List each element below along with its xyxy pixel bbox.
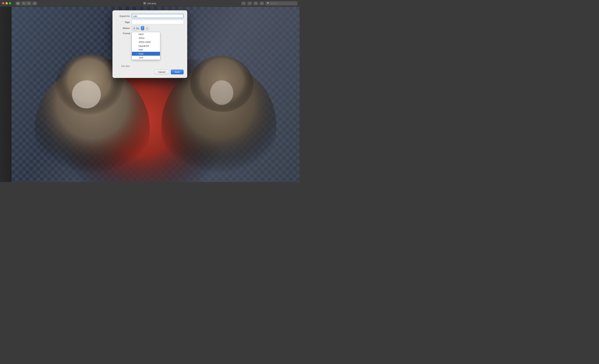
toolbar-left (16, 1, 37, 6)
file-size-label: File Size: (116, 65, 130, 67)
svg-line-13 (243, 4, 243, 4)
svg-rect-3 (18, 4, 19, 4)
maximize-button[interactable] (9, 2, 11, 4)
where-row: Where: 🖥 De ▲ ▼ ▼ (116, 26, 184, 30)
more-button[interactable] (247, 1, 252, 5)
format-heic-label: HEIC (139, 33, 144, 35)
svg-point-15 (261, 2, 262, 3)
tags-label: Tags: (116, 21, 130, 24)
svg-rect-1 (18, 2, 19, 3)
folder-icon: 🖥 (133, 27, 135, 30)
title-bar: 🖼 cats.jpeg 🔍 (0, 0, 300, 7)
search-icon: 🔍 (267, 2, 269, 4)
tags-row: Tags: (116, 20, 184, 24)
check-png: ✓ (135, 53, 138, 55)
where-value: De (136, 27, 139, 30)
format-option-tiff[interactable]: TIFF (132, 56, 160, 60)
format-jpeg-label: JPEG (139, 37, 145, 40)
tags-input[interactable] (132, 20, 184, 24)
close-button[interactable] (2, 2, 4, 4)
format-option-openexr[interactable]: OpenEXR (132, 44, 160, 48)
where-arrows: ▲ ▼ (141, 26, 144, 30)
format-option-png[interactable]: ✓ PNG (132, 52, 160, 56)
rotate-button[interactable] (253, 1, 258, 5)
title-bar-left (2, 1, 37, 6)
title-bar-right: 🔍 (241, 1, 297, 5)
where-label: Where: (116, 27, 130, 30)
svg-rect-2 (18, 3, 19, 4)
main-content: Export As: Tags: Where: 🖥 De (0, 7, 300, 182)
format-tiff-label: TIFF (139, 56, 143, 59)
format-pdf-label: PDF (139, 49, 143, 51)
export-dialog: Export As: Tags: Where: 🖥 De (113, 10, 187, 78)
format-option-heic[interactable]: HEIC (132, 32, 160, 36)
file-size-row: File Size: (116, 65, 184, 67)
where-expand-button[interactable]: ▼ (145, 26, 149, 30)
annotate-button[interactable] (241, 1, 246, 5)
format-jpeg2000-label: JPEG-2000 (139, 41, 150, 43)
share-button[interactable] (32, 1, 37, 5)
export-as-input[interactable] (132, 14, 184, 18)
zoom-out-button[interactable] (21, 1, 26, 5)
cancel-button[interactable]: Cancel (154, 69, 169, 74)
window-title: cats.jpeg (147, 2, 156, 5)
format-row: Format HEIC JPEG (116, 32, 184, 35)
format-option-jpeg2000[interactable]: JPEG-2000 (132, 40, 160, 44)
format-dropdown: HEIC JPEG JPEG-2000 (132, 32, 160, 60)
where-controls: 🖥 De ▲ ▼ ▼ (132, 26, 149, 30)
file-type-icon: 🖼 (143, 2, 146, 5)
person-button[interactable] (259, 1, 264, 5)
dialog-overlay: Export As: Tags: Where: 🖥 De (0, 7, 300, 182)
where-select[interactable]: 🖥 De (132, 26, 141, 30)
format-label: Format (116, 32, 130, 35)
sidebar-toggle-button[interactable] (16, 1, 20, 5)
zoom-buttons (21, 1, 32, 6)
svg-rect-0 (17, 2, 18, 4)
dialog-form: Export As: Tags: Where: 🖥 De (116, 14, 184, 67)
where-arrow-up[interactable]: ▲ (141, 26, 144, 28)
format-option-pdf[interactable]: PDF (132, 48, 160, 52)
search-input[interactable] (270, 2, 296, 5)
svg-line-10 (29, 4, 30, 4)
save-button[interactable]: Save (171, 69, 184, 74)
format-png-label: PNG (139, 52, 144, 55)
search-bar[interactable]: 🔍 (265, 1, 297, 5)
format-option-jpeg[interactable]: JPEG (132, 36, 160, 40)
title-bar-center: 🖼 cats.jpeg (143, 2, 156, 5)
zoom-in-button[interactable] (26, 1, 31, 5)
svg-line-6 (24, 4, 25, 4)
minimize-button[interactable] (6, 2, 8, 4)
dialog-buttons: Cancel Save (116, 69, 184, 74)
format-openexr-label: OpenEXR (139, 45, 149, 47)
export-as-label: Export As: (116, 15, 130, 17)
svg-point-14 (255, 2, 257, 4)
export-as-row: Export As: (116, 14, 184, 18)
where-arrow-down[interactable]: ▼ (141, 28, 144, 30)
traffic-lights (2, 2, 11, 4)
